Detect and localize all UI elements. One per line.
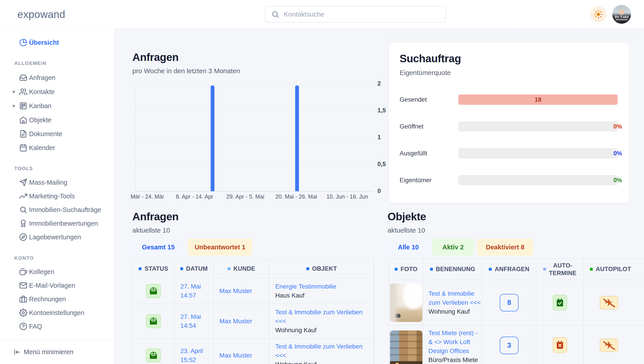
quota-value: 0% (613, 121, 622, 132)
property-photo-interior[interactable] (390, 283, 422, 322)
avatar-caption: Ihr Foto (612, 15, 631, 19)
sidebar-item-mass-mailing[interactable]: Mass-Mailing (0, 178, 114, 187)
chart-bar (211, 86, 214, 191)
tab-unbeantwortet[interactable]: Unbeantwortet 1 (188, 239, 252, 256)
sidebar-item-kalender[interactable]: Kalender (0, 143, 114, 152)
sidebar-item-faq[interactable]: FAQ (0, 322, 114, 331)
sidebar-item-dokumente[interactable]: Dokumente (0, 129, 114, 138)
datum-cell[interactable]: 27. Mai14:54 (175, 304, 214, 338)
gridline (136, 85, 374, 85)
column-bullet-icon (139, 267, 142, 270)
kunde-cell[interactable]: Max Muster (214, 278, 270, 304)
tab-label: Aktiv 2 (442, 244, 464, 251)
top-bar: expowand Ihr Foto (0, 0, 644, 29)
benennung-cell[interactable]: Test Miete (rent) -& <> Work LoftDesign … (423, 325, 482, 364)
chevron-right-icon[interactable] (13, 104, 16, 107)
x-tick: 10. Jun - 16. Jun (312, 194, 383, 200)
kunde-cell[interactable]: Max Muster (214, 304, 270, 338)
column-header-auto-termine[interactable]: AUTO-TERMINE (536, 259, 584, 280)
users-icon (19, 88, 27, 96)
column-header-foto[interactable]: FOTO (389, 259, 423, 280)
collapse-left-icon (13, 348, 20, 356)
status-cell (132, 278, 175, 304)
column-bullet-icon (306, 267, 309, 270)
sidebar-item-rechnungen[interactable]: Rechnungen (0, 295, 114, 304)
tab-aktiv[interactable]: Aktiv 2 (432, 239, 474, 256)
anfragen-cell: 3 (482, 325, 536, 364)
sidebar-section-allgemein: ALLGEMEIN (14, 60, 46, 66)
table-row: 27. Mai14:57 Max Muster Energie Testimmo… (132, 278, 374, 304)
datum-cell[interactable]: 23. April15:52 (175, 339, 214, 364)
sidebar-item-objekte[interactable]: Objekte (0, 115, 114, 124)
sidebar-section-konto: KONTO (14, 255, 34, 261)
autopilot-cell: ✈ (584, 325, 644, 364)
chart-bar (295, 86, 299, 191)
auto-termine-cell (536, 280, 584, 325)
suchauftrag-card: Suchauftrag Eigentümerquote Gesendet 18 … (389, 43, 629, 203)
sidebar-item-label: Immobilienbewertungen (29, 220, 98, 227)
quota-label: Geöffnet (400, 121, 424, 132)
table-row: Test Miete (rent) -& <> Work LoftDesign … (389, 325, 644, 364)
gridline (136, 111, 374, 111)
search-icon (19, 206, 27, 214)
sidebar-item-immobilienbewertungen[interactable]: Immobilienbewertungen (0, 219, 114, 228)
paper-plane-icon (19, 178, 27, 187)
sidebar-item-label: Kalender (29, 144, 55, 151)
status-cell (132, 339, 175, 364)
kunde-cell[interactable]: Max Muster (214, 339, 270, 364)
sidebar-item-lagebewertungen[interactable]: Lagebewertungen (0, 233, 114, 242)
column-header-objekt[interactable]: OBJEKT (270, 259, 374, 278)
tab-label: Unbeantwortet 1 (194, 244, 245, 251)
tab-deaktiviert[interactable]: Deaktiviert 8 (477, 239, 533, 256)
sidebar-item-kanban[interactable]: Kanban (0, 101, 114, 110)
sidebar-item-label: Rechnungen (29, 295, 66, 303)
anfragen-section-subtitle: aktuellste 10 (132, 227, 170, 234)
benennung-cell[interactable]: Test & Immobiliezum Verlieben <<<Wohnung… (423, 280, 482, 325)
anfragen-count-badge[interactable]: 3 (500, 337, 518, 354)
file-text-icon (19, 130, 27, 138)
sidebar-item-marketing-tools[interactable]: Marketing-Tools (0, 192, 114, 201)
anfragen-bar-chart (135, 85, 374, 192)
objekt-cell[interactable]: Test & Immobilie zum Verlieben<<<Wohnung… (270, 339, 374, 364)
column-header-anfragen[interactable]: ANFRAGEN (482, 259, 536, 280)
quota-value: 0% (613, 148, 622, 158)
sidebar-item-anfragen[interactable]: Anfragen (0, 73, 114, 82)
column-header-benennung[interactable]: BENENNUNG (423, 259, 482, 280)
contact-search[interactable] (265, 6, 446, 23)
theme-toggle-button[interactable] (590, 6, 606, 22)
sidebar-item-kollegen[interactable]: Kollegen (0, 267, 114, 276)
award-icon (19, 219, 27, 228)
objekte-section-subtitle: aktuellste 10 (388, 227, 425, 234)
tab-label: Deaktiviert 8 (486, 244, 524, 251)
objekte-table-header: FOTO BENENNUNG ANFRAGEN AUTO-TERMINE AUT… (389, 259, 644, 280)
sidebar-item-label: Kanban (29, 102, 52, 110)
sidebar-item-kontoeinstellungen[interactable]: Kontoeinstellungen (0, 308, 114, 317)
anfragen-section-title: Anfragen (132, 211, 179, 223)
tab-gesamt[interactable]: Gesamt 15 (132, 239, 184, 256)
sidebar-item-email-vorlagen[interactable]: E-Mail-Vorlagen (0, 281, 114, 290)
column-header-autopilot[interactable]: AUTOPILOT (584, 259, 644, 280)
table-row: 27. Mai14:54 Max Muster Test & Immobilie… (132, 304, 374, 339)
column-header-kunde[interactable]: KUNDE (214, 259, 270, 278)
collapse-menu-button[interactable]: Menü minimieren (0, 340, 114, 364)
sidebar-item-kontakte[interactable]: Kontakte (0, 87, 114, 96)
column-header-datum[interactable]: DATUM (175, 259, 214, 278)
sidebar-item-immobilien-suchauftraege[interactable]: Immobilien-Suchaufträge (0, 205, 114, 214)
objekt-cell[interactable]: Energie TestimmobilieHaus Kauf (270, 278, 374, 304)
chevron-right-icon[interactable] (13, 90, 16, 93)
calendar-x-icon (553, 337, 567, 353)
anfragen-count-badge[interactable]: 8 (500, 294, 518, 311)
sidebar-item-uebersicht[interactable]: Übersicht (0, 38, 114, 47)
app-logo[interactable]: expowand (18, 0, 65, 29)
objekt-cell[interactable]: Test & Immobilie zum Verlieben<<<Wohnung… (270, 304, 374, 338)
column-header-status[interactable]: STATUS (132, 259, 175, 278)
datum-cell[interactable]: 27. Mai14:57 (175, 278, 214, 304)
search-input[interactable] (283, 10, 440, 18)
auto-termine-cell (536, 325, 584, 364)
pie-chart-icon (19, 39, 27, 47)
property-photo-building[interactable] (390, 330, 422, 364)
sidebar-item-label: FAQ (29, 323, 42, 330)
help-circle-icon (19, 322, 27, 330)
tab-alle[interactable]: Alle 10 (388, 239, 429, 256)
user-avatar[interactable]: Ihr Foto (612, 5, 631, 24)
